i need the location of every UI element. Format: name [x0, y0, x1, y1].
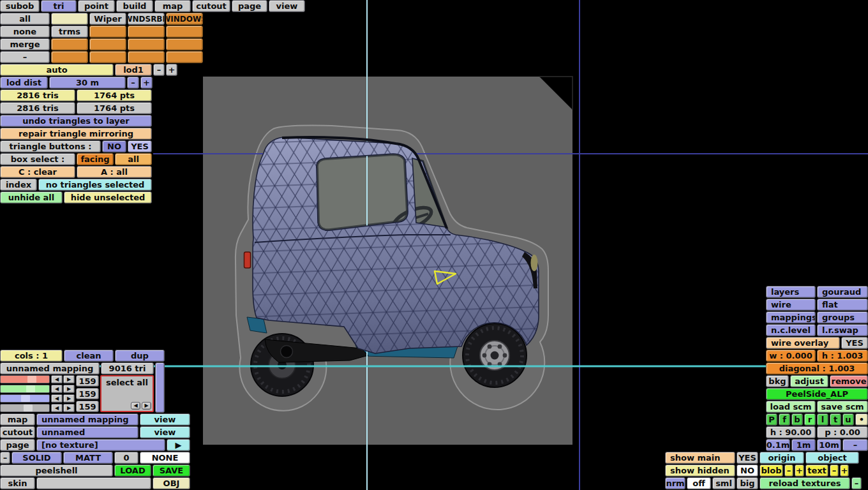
gouraud-button[interactable]: gouraud — [817, 286, 868, 298]
view-front-button[interactable]: f — [779, 413, 790, 426]
text-button[interactable]: text — [805, 464, 828, 477]
repair-mirroring-button[interactable]: repair triangle mirroring — [0, 128, 152, 140]
select-all-swatch[interactable]: select all ◀ ▶ — [100, 375, 154, 412]
load-button[interactable]: LOAD — [114, 464, 151, 477]
grid-01m-button[interactable]: 0.1m — [766, 439, 790, 451]
select-all-shortcut-button[interactable]: A : all — [77, 166, 152, 178]
bkg-button[interactable]: bkg — [766, 375, 789, 387]
clear-selection-button[interactable]: C : clear — [0, 166, 75, 178]
grid-minus-button[interactable]: – — [842, 439, 868, 451]
material-index-field[interactable]: 0 — [114, 452, 138, 464]
group-wndsrbr-button[interactable]: WNDSRBR — [128, 13, 165, 25]
hide-unselected-button[interactable]: hide unselected — [64, 191, 152, 204]
material-matt-button[interactable]: MATT — [63, 452, 113, 464]
tab-tri[interactable]: tri — [41, 0, 77, 12]
clean-button[interactable]: clean — [64, 350, 114, 362]
lod-dist-plus-button[interactable]: + — [140, 77, 153, 89]
object-button[interactable]: object — [805, 452, 859, 464]
group-cell[interactable] — [128, 26, 165, 38]
swatch-prev-button[interactable]: ◀ — [131, 402, 140, 410]
tab-view[interactable]: view — [269, 0, 305, 12]
normals-small-button[interactable]: sml — [712, 477, 735, 489]
triangle-buttons-yes[interactable]: YES — [128, 140, 152, 152]
gray-increment-button[interactable]: ▶ — [63, 404, 75, 412]
show-main-toggle[interactable]: YES — [737, 452, 758, 464]
red-increment-button[interactable]: ▶ — [63, 375, 75, 383]
group-cell[interactable] — [89, 38, 126, 50]
layers-button[interactable]: layers — [766, 286, 816, 298]
material-minus-button[interactable]: – — [0, 452, 10, 464]
view-right-button[interactable]: r — [804, 413, 816, 426]
load-scheme-button[interactable]: load scm — [766, 401, 816, 413]
group-cell[interactable] — [51, 38, 88, 50]
grid-1m-button[interactable]: 1m — [791, 439, 816, 451]
blue-increment-button[interactable]: ▶ — [63, 394, 75, 403]
normals-off-button[interactable]: off — [687, 477, 711, 489]
wire-overlay-toggle[interactable]: YES — [841, 337, 868, 349]
unhide-all-button[interactable]: unhide all — [0, 191, 63, 204]
save-button[interactable]: SAVE — [153, 464, 190, 477]
colors-scrollbar[interactable] — [155, 362, 165, 413]
mappings-button[interactable]: mappings — [766, 311, 816, 323]
view-back-button[interactable]: b — [791, 413, 803, 426]
view-top-button[interactable]: t — [830, 413, 841, 426]
normals-big-button[interactable]: big — [737, 477, 758, 489]
tab-build[interactable]: build — [116, 0, 153, 12]
lod-dist-minus-button[interactable]: – — [127, 77, 139, 89]
group-cell[interactable] — [166, 38, 203, 50]
tab-cutout[interactable]: cutout — [192, 0, 230, 12]
origin-button[interactable]: origin — [760, 452, 804, 464]
page-next-button[interactable]: ▶ — [167, 439, 190, 451]
swatch-next-button[interactable]: ▶ — [142, 402, 151, 410]
material-solid-button[interactable]: SOLID — [11, 452, 62, 464]
green-decrement-button[interactable]: ◀ — [51, 385, 63, 393]
box-select-facing[interactable]: facing — [77, 153, 114, 165]
lod-dist-value[interactable]: 30 m — [49, 77, 126, 89]
groups-button[interactable]: groups — [817, 311, 868, 323]
view-dot-button[interactable]: • — [855, 413, 868, 426]
obj-export-button[interactable]: OBJ — [153, 477, 190, 489]
scheme-name-button[interactable]: PeelSide_ALP — [766, 388, 868, 400]
map-name-field[interactable]: unnamed mapping — [36, 413, 138, 426]
cutout-view-button[interactable]: view — [140, 426, 190, 438]
page-texture-field[interactable]: [no texture] — [36, 439, 165, 451]
material-none-button[interactable]: NONE — [140, 452, 190, 464]
cols-count-button[interactable]: cols : 1 — [0, 350, 63, 362]
blob-plus-button[interactable]: + — [795, 464, 804, 477]
lod-minus-button[interactable]: – — [153, 64, 165, 76]
gray-slider[interactable] — [0, 404, 50, 412]
dup-button[interactable]: dup — [115, 350, 165, 362]
index-button[interactable]: index — [0, 179, 37, 191]
lr-swap-button[interactable]: l.r.swap — [817, 324, 868, 336]
group-windows-button[interactable]: WINDOWS — [166, 13, 203, 25]
undo-triangles-button[interactable]: undo triangles to layer — [0, 115, 152, 127]
save-scheme-button[interactable]: save scm — [817, 401, 868, 413]
group-cell[interactable] — [166, 51, 203, 63]
green-slider[interactable] — [0, 385, 50, 393]
view-under-button[interactable]: u — [842, 413, 854, 426]
group-trms-button[interactable]: trms — [51, 26, 88, 38]
cutout-name-field[interactable]: unnamed — [36, 426, 138, 438]
text-plus-button[interactable]: + — [840, 464, 849, 477]
group-cell[interactable] — [128, 51, 165, 63]
select-none-button[interactable]: none — [0, 26, 50, 38]
tab-subob[interactable]: subob — [0, 0, 40, 12]
nc-level-button[interactable]: n.c.level — [766, 324, 816, 336]
blob-button[interactable]: blob — [760, 464, 783, 477]
blue-decrement-button[interactable]: ◀ — [51, 394, 63, 403]
red-slider[interactable] — [0, 375, 50, 383]
map-view-button[interactable]: view — [140, 413, 190, 426]
group-cell[interactable] — [89, 51, 126, 63]
reload-textures-button[interactable]: reload textures — [760, 477, 850, 489]
lod-plus-button[interactable]: + — [166, 64, 177, 76]
flat-button[interactable]: flat — [817, 299, 868, 311]
tab-map[interactable]: map — [154, 0, 191, 12]
tab-point[interactable]: point — [78, 0, 115, 12]
wire-button[interactable]: wire — [766, 299, 816, 311]
merge-button[interactable]: merge — [0, 38, 50, 50]
view-perspective-button[interactable]: P — [766, 413, 777, 426]
triangle-buttons-no[interactable]: NO — [102, 140, 126, 152]
file-name-field[interactable]: peelshell — [0, 464, 113, 477]
group-cell[interactable] — [89, 26, 126, 38]
group-cell[interactable] — [51, 51, 88, 63]
